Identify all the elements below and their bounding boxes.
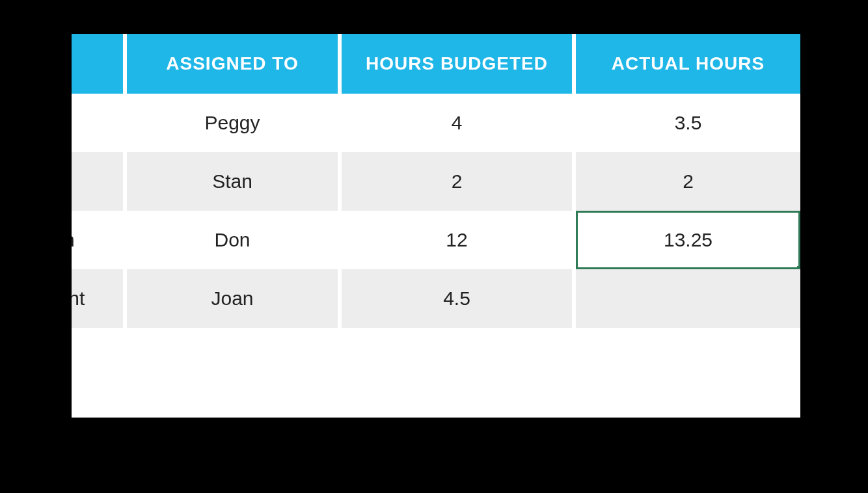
cell-empty[interactable] bbox=[127, 328, 342, 364]
cell-type[interactable] bbox=[72, 152, 127, 211]
cell-type[interactable]: nent bbox=[72, 269, 127, 328]
table-row: nt Peggy 4 3.5 bbox=[72, 94, 800, 152]
cell-empty[interactable] bbox=[342, 328, 576, 364]
cell-empty[interactable] bbox=[72, 328, 127, 364]
cell-hours-budgeted[interactable]: 2 bbox=[342, 152, 576, 211]
table-row-empty bbox=[72, 328, 800, 364]
col-header-assigned-to[interactable]: ASSIGNED TO bbox=[127, 34, 342, 94]
cell-actual-hours-selected[interactable]: 13.25 bbox=[576, 211, 800, 269]
cell-assigned-to[interactable]: Don bbox=[127, 211, 342, 269]
cell-actual-hours[interactable]: 2 bbox=[576, 152, 800, 211]
cell-actual-hours[interactable]: 3.5 bbox=[576, 94, 800, 152]
cell-hours-budgeted[interactable]: 4 bbox=[342, 94, 576, 152]
table-header-row: PE ASSIGNED TO HOURS BUDGETED ACTUAL HOU… bbox=[72, 34, 800, 94]
hours-table: PE ASSIGNED TO HOURS BUDGETED ACTUAL HOU… bbox=[72, 34, 800, 364]
cell-assigned-to[interactable]: Peggy bbox=[127, 94, 342, 152]
col-header-hours-budgeted[interactable]: HOURS BUDGETED bbox=[342, 34, 576, 94]
col-header-actual-hours[interactable]: ACTUAL HOURS bbox=[576, 34, 800, 94]
table-row: Stan 2 2 bbox=[72, 152, 800, 211]
cell-type[interactable]: n bbox=[72, 211, 127, 269]
cell-hours-budgeted[interactable]: 4.5 bbox=[342, 269, 576, 328]
cell-assigned-to[interactable]: Joan bbox=[127, 269, 342, 328]
cell-assigned-to[interactable]: Stan bbox=[127, 152, 342, 211]
spreadsheet-card: PE ASSIGNED TO HOURS BUDGETED ACTUAL HOU… bbox=[72, 34, 800, 418]
cell-actual-hours[interactable] bbox=[576, 269, 800, 328]
cell-empty[interactable] bbox=[576, 328, 800, 364]
cell-type[interactable]: nt bbox=[72, 94, 127, 152]
col-header-type[interactable]: PE bbox=[72, 34, 127, 94]
table-row: n Don 12 13.25 bbox=[72, 211, 800, 269]
table-row: nent Joan 4.5 bbox=[72, 269, 800, 328]
cell-hours-budgeted[interactable]: 12 bbox=[342, 211, 576, 269]
